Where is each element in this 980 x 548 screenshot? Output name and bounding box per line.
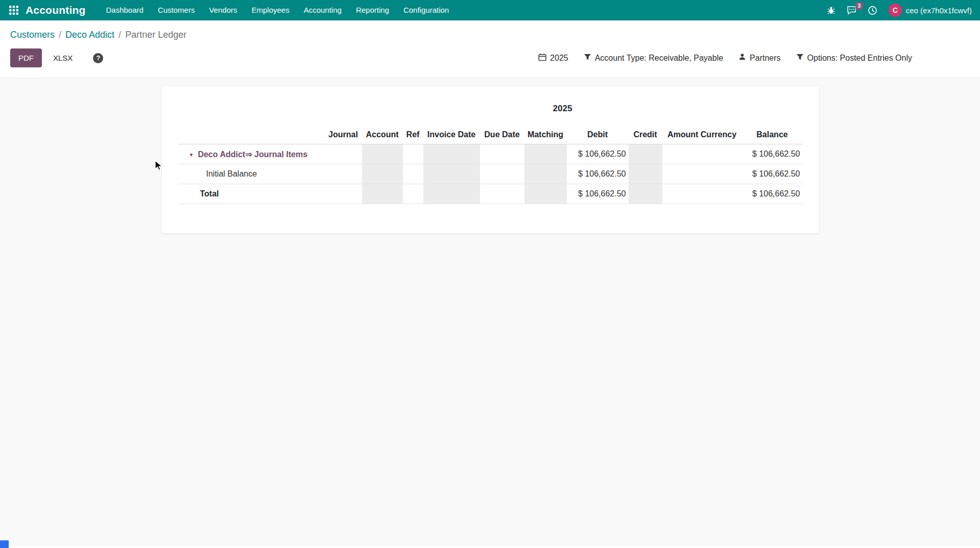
cell	[423, 164, 480, 184]
filter-account-type[interactable]: Account Type: Receivable, Payable	[584, 53, 723, 63]
navbar-menu: Dashboard Customers Vendors Employees Ac…	[99, 0, 457, 20]
breadcrumb-current: Partner Ledger	[125, 30, 186, 40]
breadcrumb: Customers/Deco Addict/Partner Ledger	[0, 20, 980, 43]
table-row-total: Total $ 106,662.50 $ 106,662.50	[178, 184, 803, 204]
cell	[480, 144, 524, 164]
cell	[362, 144, 403, 164]
breadcrumb-deco-addict[interactable]: Deco Addict	[65, 30, 114, 40]
filter-partners-label: Partners	[750, 54, 780, 63]
cell	[524, 184, 567, 204]
col-header-due-date: Due Date	[480, 125, 524, 144]
nav-item-configuration[interactable]: Configuration	[396, 0, 456, 20]
messages-icon[interactable]: 3	[847, 6, 856, 15]
bottom-left-blue-artifact	[0, 540, 9, 548]
debug-bug-icon[interactable]	[827, 6, 835, 15]
filter-options[interactable]: Options: Posted Entries Only	[796, 53, 912, 63]
filter-date-label: 2025	[550, 54, 568, 63]
period-header: 2025	[553, 104, 572, 114]
table-row-journal-items: ▼Deco Addict⇒ Journal Items $ 106,662.50…	[178, 144, 803, 164]
cell	[403, 144, 423, 164]
funnel-filter-icon	[584, 53, 591, 63]
nav-item-vendors[interactable]: Vendors	[202, 0, 244, 20]
col-header-invoice-date: Invoice Date	[423, 125, 480, 144]
cell	[480, 184, 524, 204]
col-header-credit: Credit	[629, 125, 662, 144]
cell	[524, 144, 567, 164]
table-row-initial-balance: Initial Balance $ 106,662.50 $ 106,662.5…	[178, 164, 803, 184]
col-header-debit: Debit	[567, 125, 629, 144]
cell-debit: $ 106,662.50	[567, 144, 629, 164]
nav-item-reporting[interactable]: Reporting	[349, 0, 396, 20]
col-header-account: Account	[362, 125, 403, 144]
cell	[362, 184, 403, 204]
filter-date[interactable]: 2025	[538, 53, 568, 63]
table-header-row: Journal Account Ref Invoice Date Due Dat…	[178, 125, 803, 144]
row-label-cell: Total	[178, 184, 325, 204]
cell	[325, 144, 362, 164]
col-header-journal: Journal	[325, 125, 362, 144]
col-header-matching: Matching	[524, 125, 567, 144]
cell	[524, 164, 567, 184]
nav-item-customers[interactable]: Customers	[151, 0, 202, 20]
top-navbar: Accounting Dashboard Customers Vendors E…	[0, 0, 980, 20]
cell	[325, 164, 362, 184]
filter-options-label: Options: Posted Entries Only	[807, 54, 912, 63]
nav-item-accounting[interactable]: Accounting	[297, 0, 349, 20]
calendar-icon	[538, 53, 546, 63]
cell	[362, 164, 403, 184]
cell-amount-currency	[662, 184, 742, 204]
control-panel: Customers/Deco Addict/Partner Ledger PDF…	[0, 20, 980, 78]
funnel-filter-icon	[796, 53, 804, 63]
caret-down-icon: ▼	[189, 152, 194, 158]
breadcrumb-separator: /	[59, 30, 61, 40]
nav-item-employees[interactable]: Employees	[244, 0, 296, 20]
col-header-blank	[178, 125, 325, 144]
xlsx-button[interactable]: XLSX	[46, 48, 80, 67]
activities-clock-icon[interactable]	[868, 6, 877, 15]
report-controls: PDF XLSX ? 2025 Account Type:	[0, 43, 980, 78]
report-filters: 2025 Account Type: Receivable, Payable P…	[538, 53, 970, 63]
avatar: C	[889, 4, 902, 17]
cell	[423, 144, 480, 164]
cell-debit: $ 106,662.50	[567, 184, 629, 204]
navbar-right: 3 C ceo (ex7h0x1fcwvf)	[827, 4, 972, 17]
person-icon	[738, 53, 746, 63]
cell-credit	[629, 144, 662, 164]
app-brand[interactable]: Accounting	[26, 4, 86, 16]
col-header-balance: Balance	[742, 125, 803, 144]
help-icon[interactable]: ?	[93, 53, 103, 63]
message-count-badge: 3	[855, 2, 863, 10]
content-area: 2025 Journal Account Ref Invoice Date Du…	[0, 78, 980, 546]
cell	[480, 164, 524, 184]
breadcrumb-customers[interactable]: Customers	[10, 30, 55, 40]
user-name: ceo (ex7h0x1fcwvf)	[906, 6, 972, 15]
row-label-cell: Initial Balance	[178, 164, 325, 184]
group-label[interactable]: Deco Addict⇒ Journal Items	[198, 150, 307, 159]
cell-credit	[629, 164, 662, 184]
cell	[403, 164, 423, 184]
report-card: 2025 Journal Account Ref Invoice Date Du…	[162, 86, 819, 233]
cell	[403, 184, 423, 204]
col-header-ref: Ref	[403, 125, 423, 144]
cell-amount-currency	[662, 164, 742, 184]
cell-balance: $ 106,662.50	[742, 184, 803, 204]
cell-balance: $ 106,662.50	[742, 144, 803, 164]
cell	[325, 184, 362, 204]
cell-balance: $ 106,662.50	[742, 164, 803, 184]
filter-account-type-label: Account Type: Receivable, Payable	[595, 54, 723, 63]
period-bar: 2025	[178, 99, 803, 125]
partner-ledger-table: Journal Account Ref Invoice Date Due Dat…	[178, 125, 803, 204]
user-menu[interactable]: C ceo (ex7h0x1fcwvf)	[889, 4, 972, 17]
nav-item-dashboard[interactable]: Dashboard	[99, 0, 151, 20]
filter-partners[interactable]: Partners	[738, 53, 780, 63]
group-toggle-cell[interactable]: ▼Deco Addict⇒ Journal Items	[178, 144, 325, 164]
pdf-button[interactable]: PDF	[10, 48, 42, 67]
apps-grid-icon[interactable]	[8, 5, 19, 16]
cell-credit	[629, 184, 662, 204]
cell-debit: $ 106,662.50	[567, 164, 629, 184]
col-header-amount-currency: Amount Currency	[662, 125, 742, 144]
cell-amount-currency	[662, 144, 742, 164]
cell	[423, 184, 480, 204]
breadcrumb-separator: /	[118, 30, 121, 40]
